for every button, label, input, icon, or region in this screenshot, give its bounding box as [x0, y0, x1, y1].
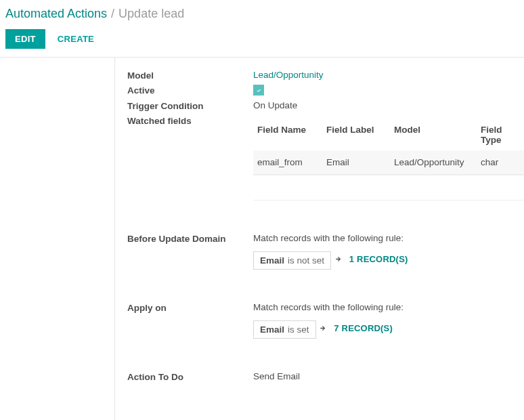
watched-fields-table: Field Name Field Label Model Field Type … — [253, 118, 524, 201]
breadcrumb-root-link[interactable]: Automated Actions — [5, 7, 107, 21]
breadcrumb: Automated Actions / Update lead — [5, 7, 519, 21]
edit-button[interactable]: EDIT — [5, 29, 45, 49]
watched-table-row[interactable]: email_from Email Lead/Opportunity char — [253, 150, 524, 175]
form-area: Model Lead/Opportunity Active Trigger Co… — [115, 58, 524, 420]
value-model[interactable]: Lead/Opportunity — [253, 70, 524, 80]
row-watched: Watched fields Field Name Field Label Mo… — [127, 115, 524, 201]
before-domain-records-count: 1 RECORD(S) — [349, 254, 408, 264]
arrow-right-icon — [334, 255, 343, 264]
label-active: Active — [127, 85, 253, 96]
value-before-domain: Match records with the following rule: E… — [253, 233, 524, 282]
content-wrap: Model Lead/Opportunity Active Trigger Co… — [0, 58, 524, 420]
before-domain-records-link[interactable]: 1 RECORD(S) — [334, 254, 408, 264]
apply-on-operator: is set — [288, 324, 309, 335]
before-domain-rule-text: Match records with the following rule: — [253, 233, 524, 243]
row-active: Active — [127, 85, 524, 96]
arrow-right-icon — [318, 324, 327, 333]
label-trigger: Trigger Condition — [127, 100, 253, 111]
check-icon — [255, 87, 263, 94]
header-bar: Automated Actions / Update lead EDIT CRE… — [0, 0, 524, 57]
value-active — [253, 85, 524, 96]
row-trigger: Trigger Condition On Update — [127, 100, 524, 111]
watched-table-blank-row — [253, 175, 524, 201]
col-header-model: Model — [394, 125, 481, 145]
active-checkbox[interactable] — [253, 85, 264, 96]
col-header-field-label: Field Label — [326, 125, 394, 145]
apply-on-chip[interactable]: Email is set — [253, 320, 316, 339]
label-apply-on: Apply on — [127, 302, 253, 313]
row-apply-on: Apply on Match records with the followin… — [127, 302, 524, 351]
before-domain-chip[interactable]: Email is not set — [253, 251, 331, 270]
apply-on-field: Email — [260, 324, 284, 335]
row-before-domain: Before Update Domain Match records with … — [127, 233, 524, 282]
label-before-domain: Before Update Domain — [127, 233, 253, 244]
col-header-field-type: Field Type — [481, 125, 520, 145]
before-domain-field: Email — [260, 255, 284, 266]
col-header-field-name: Field Name — [257, 125, 326, 145]
create-button[interactable]: CREATE — [58, 34, 94, 44]
breadcrumb-separator: / — [111, 7, 114, 21]
apply-on-rule-text: Match records with the following rule: — [253, 302, 524, 312]
before-domain-operator: is not set — [288, 255, 324, 266]
value-action: Send Email — [253, 371, 524, 381]
toolbar: EDIT CREATE — [5, 29, 519, 57]
cell-field-name: email_from — [257, 157, 326, 167]
row-action: Action To Do Send Email — [127, 371, 524, 382]
left-sidebar — [0, 58, 115, 420]
label-model: Model — [127, 70, 253, 81]
watched-table-header: Field Name Field Label Model Field Type — [253, 118, 524, 150]
label-watched: Watched fields — [127, 115, 253, 126]
cell-field-type: char — [481, 157, 520, 167]
value-apply-on: Match records with the following rule: E… — [253, 302, 524, 351]
cell-field-label: Email — [326, 157, 394, 167]
label-action: Action To Do — [127, 371, 253, 382]
breadcrumb-current: Update lead — [118, 7, 184, 21]
value-trigger: On Update — [253, 100, 524, 110]
apply-on-records-link[interactable]: 7 RECORD(S) — [318, 323, 393, 333]
row-model: Model Lead/Opportunity — [127, 70, 524, 81]
cell-model: Lead/Opportunity — [394, 157, 481, 167]
apply-on-records-count: 7 RECORD(S) — [334, 323, 393, 333]
